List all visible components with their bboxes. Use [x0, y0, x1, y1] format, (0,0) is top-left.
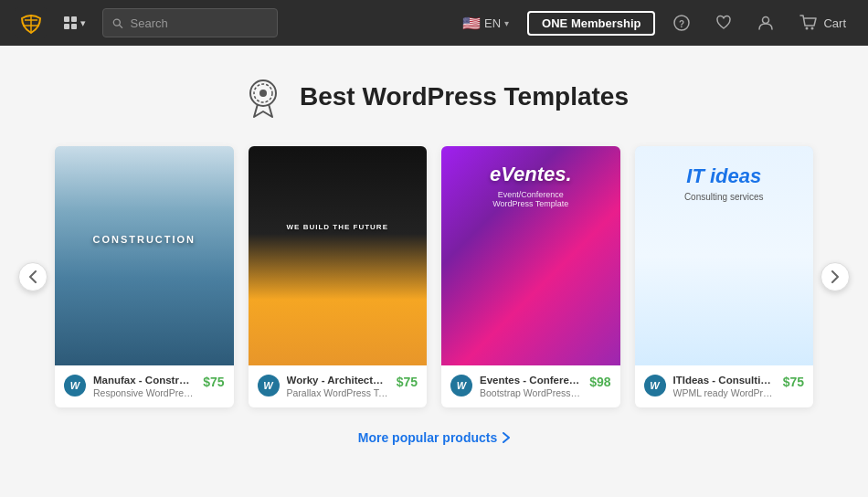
account-button[interactable]	[750, 11, 781, 35]
product-info: W ITIdeas - Consulting Website T... WPML…	[635, 365, 814, 407]
header: ▾ 🇺🇸 EN ▾ ONE Membership ?	[0, 0, 868, 46]
product-name: Manufax - Construction Multip...	[93, 375, 196, 386]
next-arrow[interactable]	[820, 262, 850, 291]
help-button[interactable]: ?	[666, 11, 697, 35]
itideas-image	[635, 146, 814, 365]
svg-point-5	[763, 17, 769, 24]
product-image-wrap: ZEMEZ elementor Jetplugins	[249, 146, 428, 365]
product-card: W Eventes - Conference and Event Bootstr…	[441, 146, 620, 407]
product-name: ITIdeas - Consulting Website T...	[673, 375, 776, 386]
product-text: Manufax - Construction Multip... Respons…	[93, 375, 196, 398]
grid-chevron: ▾	[80, 17, 86, 29]
products-section: ZEMEZ elementor Jetplugins W Manufax - C…	[18, 146, 850, 407]
wishlist-button[interactable]	[708, 11, 739, 35]
more-products-link[interactable]: More popular products	[358, 430, 510, 445]
product-subtitle: Bootstrap WordPress Theme	[480, 387, 582, 398]
lang-label: EN	[484, 16, 501, 30]
hero-award-icon	[239, 73, 287, 121]
search-input[interactable]	[131, 16, 269, 30]
product-price: $75	[203, 375, 224, 389]
product-price: $75	[783, 375, 804, 389]
wordpress-icon: W	[258, 375, 280, 397]
cart-icon	[799, 15, 818, 31]
svg-point-6	[806, 27, 809, 30]
product-price: $75	[397, 375, 418, 389]
svg-point-7	[811, 27, 814, 30]
product-price: $98	[589, 375, 610, 389]
cart-label: Cart	[823, 16, 846, 30]
language-selector[interactable]: 🇺🇸 EN ▾	[455, 11, 516, 36]
grid-view-toggle[interactable]: ▾	[58, 13, 91, 33]
product-image-wrap: ZEMEZ elementor Jetplugins	[55, 146, 234, 365]
logo-icon[interactable]	[15, 6, 48, 39]
user-icon	[757, 15, 774, 31]
product-info: W Eventes - Conference and Event Bootstr…	[441, 365, 620, 407]
chevron-left-icon	[29, 270, 37, 283]
chevron-right-icon	[503, 432, 510, 443]
more-products-label: More popular products	[358, 430, 497, 445]
main-content: Best WordPress Templates ZEMEZ elementor	[0, 46, 868, 464]
products-grid: ZEMEZ elementor Jetplugins W Manufax - C…	[33, 146, 835, 407]
eventes-image	[441, 146, 620, 365]
product-text: ITIdeas - Consulting Website T... WPML r…	[673, 375, 776, 398]
lang-chevron: ▾	[504, 18, 509, 28]
product-subtitle: WPML ready WordPress Templ...	[673, 387, 776, 398]
page-title: Best WordPress Templates	[300, 82, 629, 111]
wordpress-icon: W	[644, 375, 666, 397]
wordpress-icon: W	[450, 375, 472, 397]
heart-icon	[715, 15, 732, 31]
product-card: ZEMEZ elementor Jetplugins W Worky - Arc…	[249, 146, 428, 407]
product-image-wrap	[441, 146, 620, 365]
more-products-section: More popular products	[18, 429, 850, 446]
hero-section: Best WordPress Templates	[18, 73, 850, 121]
product-subtitle: Parallax WordPress Template	[287, 387, 389, 398]
product-card: ZEMEZ elementor Jetplugins W Manufax - C…	[55, 146, 234, 407]
search-bar[interactable]	[102, 8, 278, 37]
svg-line-2	[120, 25, 122, 27]
product-info: W Manufax - Construction Multip... Respo…	[55, 365, 234, 407]
logo-area	[15, 6, 48, 39]
cart-button[interactable]: Cart	[792, 11, 853, 35]
product-image-wrap: ZEMEZ elementor Jetplugins	[635, 146, 814, 365]
chevron-right-icon	[831, 270, 839, 283]
product-text: Worky - Architectural Bureau M... Parall…	[287, 375, 389, 398]
product-text: Eventes - Conference and Event Bootstrap…	[480, 375, 582, 398]
product-subtitle: Responsive WordPress Theme	[93, 387, 196, 398]
grid-icon	[64, 16, 77, 29]
svg-point-10	[259, 90, 267, 97]
help-icon: ?	[673, 15, 690, 31]
product-name: Worky - Architectural Bureau M...	[287, 375, 389, 386]
flag-icon: 🇺🇸	[462, 15, 481, 32]
prev-arrow[interactable]	[18, 262, 48, 291]
product-card: ZEMEZ elementor Jetplugins W ITIdeas - C…	[635, 146, 814, 407]
svg-text:?: ?	[679, 19, 684, 29]
product-name: Eventes - Conference and Event	[480, 375, 582, 386]
construction-image	[55, 146, 234, 365]
wordpress-icon: W	[64, 375, 86, 397]
search-icon	[112, 17, 123, 29]
product-info: W Worky - Architectural Bureau M... Para…	[249, 365, 428, 407]
one-membership-button[interactable]: ONE Membership	[527, 11, 655, 36]
worky-image	[249, 146, 428, 365]
